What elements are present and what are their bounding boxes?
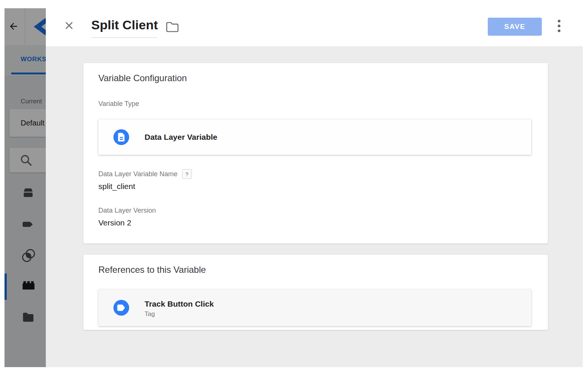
data-layer-variable-name-value: split_client xyxy=(98,182,135,191)
data-layer-version-value: Version 2 xyxy=(98,218,131,227)
data-layer-version-label: Data Layer Version xyxy=(98,207,156,215)
references-card: References to this Variable Track Button… xyxy=(83,255,548,330)
reference-item-track-button-click[interactable]: Track Button Click Tag xyxy=(98,289,531,326)
data-layer-variable-icon xyxy=(113,129,129,145)
tag-reference-icon xyxy=(113,300,129,316)
close-icon xyxy=(63,26,75,33)
folder-outline-icon xyxy=(165,28,179,34)
variable-type-label: Variable Type xyxy=(98,100,139,108)
field-label-text: Data Layer Variable Name xyxy=(98,170,178,178)
save-button[interactable]: SAVE xyxy=(488,18,542,36)
reference-title: Track Button Click xyxy=(145,299,214,308)
variable-editor-panel: Split Client SAVE xyxy=(46,0,583,367)
reference-type: Tag xyxy=(145,310,155,318)
close-button[interactable] xyxy=(63,20,75,32)
more-options-button[interactable] xyxy=(553,18,565,35)
data-layer-variable-name-label: Data Layer Variable Name ? xyxy=(98,169,192,179)
editor-header: Split Client SAVE xyxy=(46,0,583,46)
kebab-menu-icon xyxy=(557,19,561,35)
variable-title-input[interactable]: Split Client xyxy=(91,18,158,32)
variable-configuration-card: Variable Configuration Variable Type Dat… xyxy=(83,63,548,243)
move-to-folder-button[interactable] xyxy=(165,21,179,33)
modal-scrim xyxy=(5,8,46,367)
variable-type-row[interactable]: Data Layer Variable xyxy=(98,119,531,155)
title-input-underline xyxy=(91,37,157,38)
help-button[interactable]: ? xyxy=(182,169,192,179)
variable-type-value: Data Layer Variable xyxy=(145,119,217,155)
gtm-variable-editor-screen: WORKSPACE Current Default xyxy=(0,0,588,372)
references-heading: References to this Variable xyxy=(98,265,206,275)
variable-configuration-heading: Variable Configuration xyxy=(98,73,187,83)
underlying-app: WORKSPACE Current Default xyxy=(5,8,46,367)
